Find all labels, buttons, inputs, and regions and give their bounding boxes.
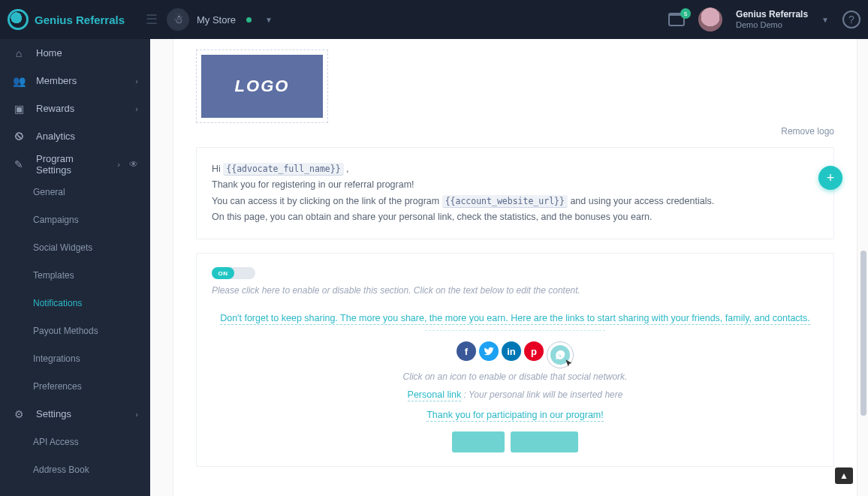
chevron-right-icon: › [117,160,120,169]
sidebar-item-program-settings[interactable]: ✎Program Settings›👁 [0,150,150,178]
sidebar-item-api-access[interactable]: API Access [0,428,150,455]
sharing-panel: ON Please click here to enable or disabl… [196,253,834,467]
brand-area: Genius Referrals [8,9,150,30]
action-button[interactable] [452,431,505,452]
body-text: You can access it by clicking on the lin… [212,196,442,206]
chevron-down-icon: ▼ [265,16,273,24]
sidebar-item-label: Analytics [36,131,75,142]
body-text: On this page, you can obtain and share y… [212,212,652,222]
sidebar-item-label: Settings [36,408,71,419]
edit-icon: ✎ [12,158,26,170]
linkedin-icon[interactable]: in [502,341,521,361]
divider [425,330,605,331]
sidebar-item-payout[interactable]: Payout Methods [0,317,150,344]
add-section-button[interactable]: + [818,166,842,190]
editor-sheet: LOGO Remove logo Hi {{advocate_full_name… [173,39,857,496]
store-status-dot [246,17,252,23]
logo-placeholder: LOGO [201,55,323,118]
gear-icon: ⚙ [12,408,26,420]
sidebar-item-social-widgets[interactable]: Social Widgets [0,233,150,261]
user-sub: Demo Demo [736,20,808,30]
store-picker[interactable]: ☃ My Store ▼ [167,8,273,31]
logo-section: LOGO Remove logo [196,50,834,137]
user-name: Genius Referrals [736,9,808,20]
body-text: and using your access credentials. [570,196,714,206]
variable-chip-account-url[interactable]: {{account_website_url}} [442,195,568,208]
pinterest-icon[interactable]: p [524,341,544,361]
section-hint: Please click here to enable or disable t… [212,285,818,296]
whatsapp-icon-ring[interactable] [547,341,574,368]
home-icon: ⌂ [12,47,26,59]
topbar: Genius Referrals ☰ ☃ My Store ▼ s Genius… [0,0,868,39]
scroll-to-top-button[interactable]: ▲ [835,467,853,484]
sidebar-item-label: Social Widgets [33,242,92,253]
sidebar-submenu: API Access Address Book [0,428,150,483]
sidebar-item-members[interactable]: 👥Members› [0,67,150,95]
sidebar-item-label: Program Settings [36,153,107,176]
social-icon-row: f in p [212,341,818,368]
brand-logo-icon [8,9,29,30]
social-hint: Click on an icon to enable or disable th… [212,371,818,382]
chevron-down-icon[interactable]: ▼ [821,16,829,24]
eye-icon: 👁 [129,159,138,170]
logo-dropzone[interactable]: LOGO [196,50,328,123]
sidebar-item-label: Integrations [33,353,80,364]
gauge-icon: 🛇 [12,131,26,143]
remove-logo-link[interactable]: Remove logo [781,126,834,137]
sidebar-item-label: Payout Methods [33,326,98,336]
sidebar: ⌂Home 👥Members› ▣Rewards› 🛇Analytics ✎Pr… [0,39,150,496]
sidebar-toggle-icon[interactable]: ☰ [146,11,158,28]
cursor-icon [564,359,574,369]
sidebar-item-label: Campaigns [33,215,79,225]
toggle-knob: ON [212,267,234,279]
sidebar-item-analytics[interactable]: 🛇Analytics [0,122,150,150]
section-toggle[interactable]: ON [212,267,255,279]
sidebar-item-label: Members [36,75,77,86]
sidebar-item-label: General [33,187,65,197]
body-text: Thank you for registering in our referra… [212,179,414,190]
rewards-icon: ▣ [12,103,26,115]
main-area: LOGO Remove logo Hi {{advocate_full_name… [150,39,868,496]
personal-link-desc: : Your personal link will be inserted he… [464,389,623,400]
sidebar-item-campaigns[interactable]: Campaigns [0,206,150,233]
share-cta-text[interactable]: Don't forget to keep sharing. The more y… [220,313,810,325]
sidebar-item-label: Preferences [33,381,82,392]
brand-name: Genius Referrals [35,14,125,26]
sidebar-submenu: General Campaigns Social Widgets Templat… [0,178,150,400]
top-right-cluster: s Genius Referrals Demo Demo ▼ ? [668,8,860,32]
sidebar-item-address-book[interactable]: Address Book [0,455,150,483]
sidebar-item-rewards[interactable]: ▣Rewards› [0,95,150,122]
sidebar-item-home[interactable]: ⌂Home [0,39,150,67]
sidebar-item-notifications[interactable]: Notifications [0,289,150,317]
sidebar-item-label: Notifications [33,298,82,308]
twitter-icon[interactable] [479,341,499,361]
help-icon[interactable]: ? [842,11,860,29]
sidebar-item-label: Address Book [33,464,89,475]
greeting-panel[interactable]: Hi {{advocate_full_name}} , Thank you fo… [196,147,834,239]
store-name: My Store [197,14,236,26]
variable-chip-advocate-name[interactable]: {{advocate_full_name}} [223,163,343,176]
user-menu[interactable]: Genius Referrals Demo Demo [736,9,808,30]
inbox-badge: s [680,8,691,19]
sidebar-item-label: Templates [33,270,74,281]
personal-link-label[interactable]: Personal link [408,389,462,401]
sidebar-item-label: Rewards [36,103,74,114]
greeting-text: , [346,164,348,174]
inbox-icon[interactable]: s [668,13,685,26]
scrollbar-thumb[interactable] [860,251,866,416]
chevron-right-icon: › [135,77,138,86]
sidebar-item-label: Home [36,47,62,59]
store-icon: ☃ [167,8,189,31]
sidebar-item-general[interactable]: General [0,178,150,206]
sidebar-item-label: API Access [33,437,79,447]
sidebar-item-templates[interactable]: Templates [0,261,150,289]
sidebar-item-preferences[interactable]: Preferences [0,372,150,400]
sidebar-item-settings[interactable]: ⚙Settings› [0,400,150,428]
sidebar-item-integrations[interactable]: Integrations [0,344,150,372]
action-button[interactable] [511,431,578,452]
users-icon: 👥 [12,75,26,87]
thanks-text[interactable]: Thank you for participating in our progr… [426,410,604,422]
action-row [212,431,818,452]
facebook-icon[interactable]: f [457,341,476,361]
avatar[interactable] [698,8,722,32]
